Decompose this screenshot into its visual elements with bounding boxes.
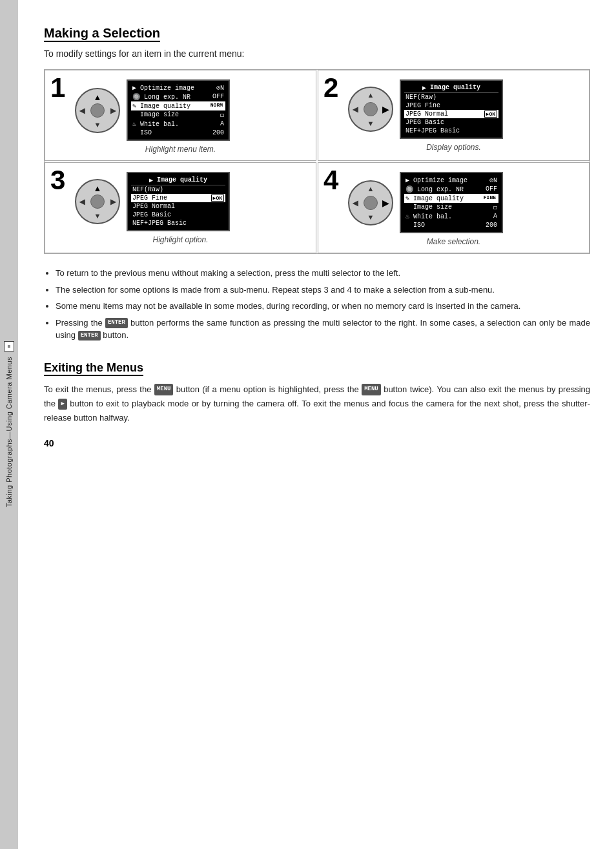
menu-row: NEF(Raw) xyxy=(404,93,498,101)
step-4-content: ▲ ▼ ◀ ▶ ▶ Optimize image⊘N 🔘 Long exp. N… xyxy=(348,172,582,233)
dpad-center xyxy=(90,194,105,209)
step-4-caption: Make selection. xyxy=(325,237,582,246)
step-3-cell: 3 ▲ ▼ ◀ ▶ ▶ Image quality xyxy=(45,162,316,253)
dpad-left-arrow: ◀ xyxy=(79,198,85,206)
menu-row: JPEG Fine xyxy=(404,101,498,110)
step-2-cell: 2 ▲ ▼ ◀ ▶ ▶ Image quality xyxy=(318,70,590,161)
menu-row: JPEG Basic xyxy=(404,118,498,127)
bullet-item: Some menu items may not be available in … xyxy=(56,300,590,313)
dpad-left-arrow: ◀ xyxy=(353,105,358,114)
menu-row: NEF(Raw) xyxy=(131,185,225,194)
step-4-cell: 4 ▲ ▼ ◀ ▶ ▶ Optimize image⊘N xyxy=(318,162,590,253)
playback-button-inline: ▶ xyxy=(58,399,67,410)
sidebar: ≡ Taking Photographs—Using Camera Menus xyxy=(0,0,18,849)
dpad-left-arrow: ◀ xyxy=(353,198,358,207)
dpad-right-arrow: ▶ xyxy=(382,105,389,114)
dpad-down-arrow: ▼ xyxy=(367,120,375,127)
intro-text: To modify settings for an item in the cu… xyxy=(44,48,590,59)
step-3-number: 3 xyxy=(50,167,65,194)
step-1-number: 1 xyxy=(50,74,65,101)
bullet-item: Pressing the ENTER button performs the s… xyxy=(56,317,590,342)
menu-row: NEF+JPEG Basic xyxy=(131,219,225,227)
menu-row-highlighted: ✎ Image qualityNORM xyxy=(131,101,225,110)
menu-button-inline: MENU xyxy=(154,384,174,395)
menu-row: 🔘 Long exp. NROFF xyxy=(131,92,225,101)
step-2-content: ▲ ▼ ◀ ▶ ▶ Image quality NEF(Raw) xyxy=(348,79,582,139)
menu-row-highlighted: ✎ Image qualityFINE xyxy=(404,194,498,203)
menu-row: ♨ White bal.A xyxy=(404,212,498,221)
menu-row: ♨ White bal.A xyxy=(131,120,225,129)
menu-header: ▶ Image quality xyxy=(131,176,225,185)
dpad-left-arrow: ◀ xyxy=(79,106,85,114)
menu-row: ISO200 xyxy=(131,129,225,137)
menu-row: ISO200 xyxy=(404,221,498,229)
dpad-up-arrow: ▲ xyxy=(367,91,375,99)
bullet-item: To return to the previous menu without m… xyxy=(56,267,590,280)
page-title: Making a Selection xyxy=(44,26,160,42)
dpad-right-arrow: ▶ xyxy=(110,198,116,206)
step-4-menu: ▶ Optimize image⊘N 🔘 Long exp. NROFF ✎ I… xyxy=(400,172,503,233)
dpad-center xyxy=(364,102,378,116)
dpad-up-arrow: ▲ xyxy=(94,92,102,102)
enter-button-inline-2: ENTER xyxy=(78,331,101,341)
menu-button-inline-2: MENU xyxy=(362,384,381,395)
dpad-right-arrow: ▶ xyxy=(382,198,389,207)
dpad-center xyxy=(364,196,378,210)
dpad-up-arrow: ▲ xyxy=(367,185,375,193)
dpad-down-arrow: ▼ xyxy=(94,212,101,220)
step-3-content: ▲ ▼ ◀ ▶ ▶ Image quality NEF(Raw) xyxy=(75,172,309,231)
menu-row: NEF+JPEG Basic xyxy=(404,127,498,135)
page-number: 40 xyxy=(44,438,590,448)
sidebar-label: Taking Photographs—Using Camera Menus xyxy=(5,357,13,507)
bullet-list: To return to the previous menu without m… xyxy=(44,267,590,342)
menu-row: Image size◻ xyxy=(404,203,498,212)
menu-row: 🔘 Long exp. NROFF xyxy=(404,185,498,194)
menu-row: Image size◻ xyxy=(131,110,225,120)
step-1-dpad: ▲ ▼ ◀ ▶ xyxy=(75,88,120,133)
step-2-menu: ▶ Image quality NEF(Raw) JPEG Fine JPEG … xyxy=(400,79,503,139)
menu-header: ▶ Image quality xyxy=(404,83,498,93)
main-content: Making a Selection To modify settings fo… xyxy=(18,0,616,849)
step-3-caption: Highlight option. xyxy=(52,235,309,244)
menu-row: JPEG Normal xyxy=(131,202,225,211)
menu-row: ▶ Optimize image⊘N xyxy=(131,83,225,92)
step-2-caption: Display options. xyxy=(325,143,582,152)
step-1-cell: 1 ▲ ▼ ◀ ▶ ▶ Optimize image⊘N xyxy=(45,70,316,161)
step-2-number: 2 xyxy=(323,74,338,101)
step-4-dpad: ▲ ▼ ◀ ▶ xyxy=(348,180,393,225)
step-1-content: ▲ ▼ ◀ ▶ ▶ Optimize image⊘N 🔘 Long exp. N… xyxy=(75,79,309,141)
menu-row: JPEG Basic xyxy=(131,211,225,219)
step-3-dpad: ▲ ▼ ◀ ▶ xyxy=(75,179,120,224)
step-4-number: 4 xyxy=(323,167,338,194)
step-1-caption: Highlight menu item. xyxy=(52,145,309,154)
dpad-center xyxy=(90,103,105,118)
enter-button-inline: ENTER xyxy=(105,318,128,328)
dpad-down-arrow: ▼ xyxy=(94,121,101,129)
step-1-menu: ▶ Optimize image⊘N 🔘 Long exp. NROFF ✎ I… xyxy=(127,79,230,141)
bullet-item: The selection for some options is made f… xyxy=(56,284,590,297)
dpad-up-arrow: ▲ xyxy=(94,183,102,193)
step-3-menu: ▶ Image quality NEF(Raw) JPEG Fine▶OK JP… xyxy=(127,172,230,231)
exit-section-text: To exit the menus, press the MENU button… xyxy=(44,383,590,425)
sidebar-menu-icon: ≡ xyxy=(4,341,14,351)
dpad-right-arrow: ▶ xyxy=(110,106,116,114)
menu-row-highlighted: JPEG Normal▶OK xyxy=(404,110,498,118)
steps-grid: 1 ▲ ▼ ◀ ▶ ▶ Optimize image⊘N xyxy=(44,69,590,254)
dpad-down-arrow: ▼ xyxy=(367,213,375,221)
exit-section-title: Exiting the Menus xyxy=(44,361,143,376)
menu-row: ▶ Optimize image⊘N xyxy=(404,176,498,185)
menu-row-highlighted: JPEG Fine▶OK xyxy=(131,194,225,202)
step-2-dpad: ▲ ▼ ◀ ▶ xyxy=(348,87,393,132)
